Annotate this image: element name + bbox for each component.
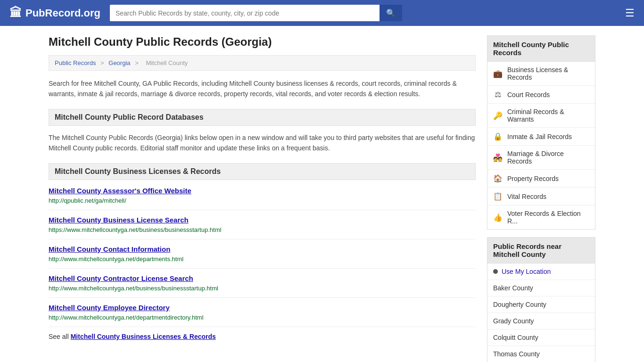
sidebar-item-label-inmate: Inmate & Jail Records (507, 133, 572, 140)
sidebar-public-records-header: Mitchell County Public Records (487, 36, 595, 62)
nearby-item-dougherty[interactable]: Dougherty County (487, 296, 595, 313)
record-link-title-3[interactable]: Mitchell County Contractor License Searc… (49, 274, 476, 282)
record-link-title-2[interactable]: Mitchell County Contact Information (49, 245, 476, 253)
sidebar-item-property[interactable]: 🏠 Property Records (487, 170, 595, 188)
breadcrumb: Public Records > Georgia > Mitchell Coun… (49, 55, 476, 71)
breadcrumb-link-public-records[interactable]: Public Records (55, 59, 96, 66)
sidebar-item-criminal[interactable]: 🔑 Criminal Records & Warrants (487, 104, 595, 128)
logo-icon: 🏛 (9, 6, 22, 20)
briefcase-icon: 💼 (493, 69, 503, 78)
search-input[interactable] (110, 5, 380, 21)
record-link-url-0[interactable]: http://qpublic.net/ga/mitchell/ (49, 197, 126, 204)
site-logo[interactable]: 🏛 PubRecord.org (9, 6, 100, 20)
main-content: Mitchell County Public Records (Georgia)… (49, 35, 476, 362)
sidebar-item-label-voter: Voter Records & Election R... (507, 210, 589, 225)
house-icon: 🏠 (493, 174, 503, 183)
record-link-group-0: Mitchell County Assessor's Office Websit… (49, 187, 476, 210)
sidebar-item-voter[interactable]: 👍 Voter Records & Election R... (487, 206, 595, 229)
sidebar-item-label-vital: Vital Records (507, 193, 546, 200)
couple-icon: 💑 (493, 153, 503, 162)
record-link-group-1: Mitchell County Business License Search … (49, 216, 476, 239)
nearby-item-grady[interactable]: Grady County (487, 313, 595, 329)
breadcrumb-sep-1: > (100, 59, 106, 66)
page-container: Mitchell County Public Records (Georgia)… (39, 26, 605, 362)
use-location-label: Use My Location (502, 268, 551, 275)
record-link-title-4[interactable]: Mitchell County Employee Directory (49, 304, 476, 312)
record-link-group-2: Mitchell County Contact Information http… (49, 245, 476, 269)
page-title: Mitchell County Public Records (Georgia) (49, 35, 476, 49)
sidebar-nearby-header: Public Records near Mitchell County (487, 238, 595, 263)
sidebar-nearby-box: Public Records near Mitchell County Use … (487, 237, 595, 362)
record-link-group-4: Mitchell County Employee Directory http:… (49, 304, 476, 327)
record-link-url-4[interactable]: http://www.mitchellcountyga.net/departme… (49, 314, 204, 321)
record-link-title-0[interactable]: Mitchell County Assessor's Office Websit… (49, 187, 476, 195)
nearby-link-colquitt[interactable]: Colquitt County (493, 334, 538, 341)
use-location-button[interactable]: Use My Location (487, 263, 595, 280)
sidebar: Mitchell County Public Records 💼 Busines… (487, 35, 595, 362)
sidebar-item-marriage[interactable]: 💑 Marriage & Divorce Records (487, 146, 595, 170)
search-bar: 🔍 (110, 5, 402, 21)
sidebar-item-inmate[interactable]: 🔒 Inmate & Jail Records (487, 128, 595, 146)
nearby-link-grady[interactable]: Grady County (493, 317, 534, 325)
breadcrumb-sep-2: > (135, 59, 140, 66)
location-dot-icon (493, 269, 498, 274)
record-link-url-1[interactable]: https://www.mitchellcountyga.net/busines… (49, 226, 221, 233)
scales-icon: ⚖ (493, 90, 503, 99)
lock-icon: 🔒 (493, 132, 503, 141)
sidebar-item-label-property: Property Records (507, 175, 559, 182)
menu-button[interactable]: ☰ (625, 7, 635, 19)
nearby-item-thomas[interactable]: Thomas County (487, 346, 595, 362)
search-button[interactable]: 🔍 (380, 5, 402, 21)
see-all: See all Mitchell County Business License… (49, 333, 476, 340)
search-icon: 🔍 (386, 9, 396, 17)
record-link-group-3: Mitchell County Contractor License Searc… (49, 274, 476, 298)
thumbsup-icon: 👍 (493, 213, 503, 222)
intro-text: Search for free Mitchell County, GA Publ… (49, 78, 476, 99)
key-icon: 🔑 (493, 111, 503, 120)
sidebar-item-label-criminal: Criminal Records & Warrants (507, 108, 589, 123)
logo-text: PubRecord.org (25, 7, 100, 19)
nearby-item-colquitt[interactable]: Colquitt County (487, 329, 595, 346)
breadcrumb-link-georgia[interactable]: Georgia (108, 59, 130, 66)
nearby-link-baker[interactable]: Baker County (493, 284, 533, 292)
nearby-link-thomas[interactable]: Thomas County (493, 350, 540, 358)
see-all-link[interactable]: Mitchell County Business Licenses & Reco… (71, 333, 216, 340)
business-section-header: Mitchell County Business Licenses & Reco… (49, 163, 476, 180)
sidebar-item-label-business: Business Licenses & Records (507, 66, 589, 81)
record-link-title-1[interactable]: Mitchell County Business License Search (49, 216, 476, 224)
databases-section-header: Mitchell County Public Record Databases (49, 109, 476, 126)
sidebar-item-label-court: Court Records (507, 91, 550, 99)
record-link-url-2[interactable]: http://www.mitchellcountyga.net/departme… (49, 255, 183, 263)
record-link-url-3[interactable]: http://www.mitchellcountyga.net/business… (49, 285, 218, 292)
sidebar-item-label-marriage: Marriage & Divorce Records (507, 150, 589, 165)
sidebar-item-vital[interactable]: 📋 Vital Records (487, 188, 595, 206)
breadcrumb-current: Mitchell County (146, 59, 188, 66)
nearby-item-baker[interactable]: Baker County (487, 280, 595, 296)
sidebar-item-business[interactable]: 💼 Business Licenses & Records (487, 62, 595, 86)
sidebar-item-court[interactable]: ⚖ Court Records (487, 86, 595, 104)
nearby-link-dougherty[interactable]: Dougherty County (493, 301, 546, 308)
databases-section-desc: The Mitchell County Public Records (Geor… (49, 132, 476, 154)
sidebar-public-records-box: Mitchell County Public Records 💼 Busines… (487, 35, 595, 230)
header: 🏛 PubRecord.org 🔍 ☰ (0, 0, 644, 26)
clipboard-icon: 📋 (493, 192, 503, 201)
menu-icon: ☰ (625, 7, 635, 19)
